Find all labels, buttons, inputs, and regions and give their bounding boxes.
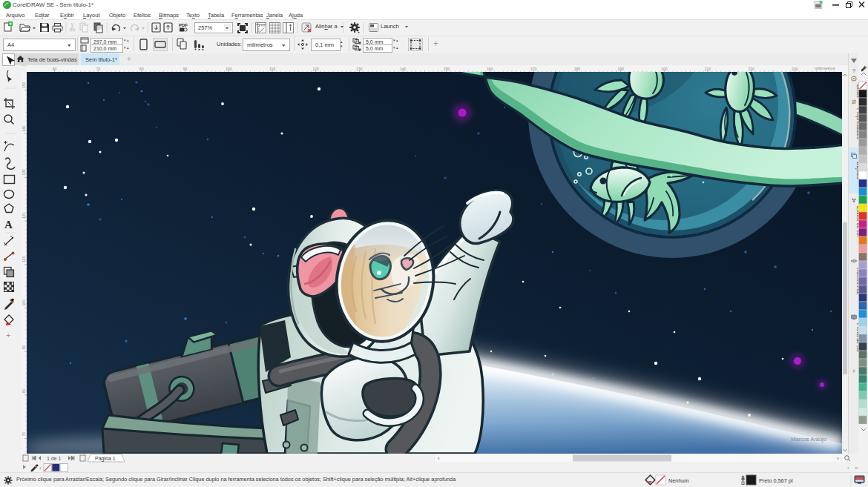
svg-text:Nenhum: Nenhum — [668, 477, 689, 484]
svg-text:220: 220 — [749, 67, 755, 71]
svg-text:›: › — [847, 465, 849, 471]
svg-text:+: + — [852, 368, 855, 375]
svg-text:110: 110 — [269, 67, 275, 71]
svg-text:Página 1: Página 1 — [95, 456, 116, 462]
svg-text:150: 150 — [444, 67, 450, 71]
svg-text:110: 110 — [22, 256, 26, 262]
svg-text:70: 70 — [96, 67, 100, 71]
svg-text:+: + — [6, 331, 10, 339]
svg-text:190: 190 — [617, 67, 624, 71]
svg-text:‹: ‹ — [39, 465, 42, 471]
svg-text:140: 140 — [400, 67, 407, 71]
svg-text:150: 150 — [22, 82, 26, 88]
svg-text:60: 60 — [53, 67, 57, 71]
svg-text:120: 120 — [22, 213, 26, 219]
svg-text:200: 200 — [661, 67, 668, 71]
svg-text:160: 160 — [487, 67, 493, 71]
svg-text:PDF: PDF — [179, 23, 188, 27]
svg-text:170: 170 — [530, 67, 537, 71]
svg-text:100: 100 — [22, 299, 26, 306]
svg-text:210: 210 — [705, 67, 711, 71]
svg-text:Preto 0,567 pt: Preto 0,567 pt — [759, 477, 793, 484]
svg-text:230: 230 — [792, 67, 798, 71]
svg-text:x: x — [359, 41, 361, 44]
svg-text:90: 90 — [22, 345, 26, 349]
svg-text:y: y — [359, 47, 361, 51]
svg-text:?: ? — [852, 67, 856, 74]
svg-text:140: 140 — [22, 125, 26, 132]
svg-text:80: 80 — [139, 67, 144, 71]
svg-text:‹: ‹ — [438, 455, 440, 462]
svg-text:130: 130 — [356, 67, 363, 71]
svg-text:80: 80 — [22, 388, 26, 393]
svg-text:1 de 1: 1 de 1 — [47, 456, 62, 461]
svg-text:Marcos Araújo: Marcos Araújo — [791, 436, 826, 443]
svg-text:130: 130 — [22, 169, 26, 176]
svg-text:70: 70 — [22, 432, 26, 437]
svg-text:120: 120 — [313, 67, 320, 71]
svg-text:100: 100 — [226, 67, 232, 71]
svg-text:180: 180 — [574, 67, 581, 71]
svg-text:›: › — [837, 455, 839, 462]
svg-text:90: 90 — [183, 67, 188, 71]
svg-text:»: » — [855, 465, 858, 471]
svg-text:A: A — [4, 219, 13, 231]
